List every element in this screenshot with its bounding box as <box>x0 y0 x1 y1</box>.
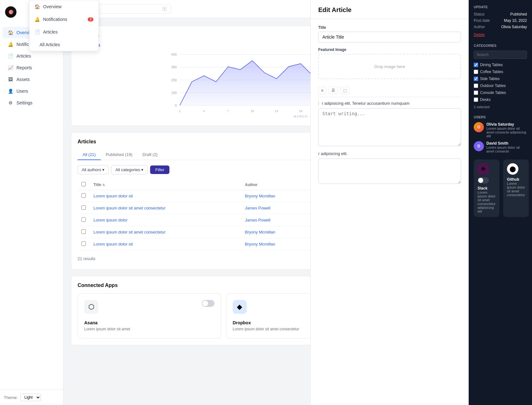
fn-all-articles[interactable]: All Articles <box>29 38 98 51</box>
title-field: Title <box>318 25 461 42</box>
article-title-2[interactable]: Lorem ipsum dolor <box>93 218 128 222</box>
author-link-3[interactable]: Bryony Mcmillan <box>245 230 275 234</box>
sidebar-item-assets-label: Assets <box>16 77 30 82</box>
david-desc: Lorem ipsum dolor sit amet consecte <box>486 146 527 153</box>
cat-outdoor-checkbox[interactable] <box>474 84 478 88</box>
cat-side-tables[interactable]: Side Tables <box>474 75 527 82</box>
select-all-checkbox[interactable] <box>81 182 86 186</box>
cat-console-tables[interactable]: Console Tables <box>474 89 527 96</box>
theme-select[interactable]: Light Dark <box>20 394 41 401</box>
olivia-desc: Lorem ipsum dolor sit amet consecte adip… <box>486 127 527 138</box>
article-title-0[interactable]: Lorem ipsum dolor sit <box>93 194 133 198</box>
author-link-0[interactable]: Bryony Mcmillan <box>245 194 275 198</box>
sort-icon[interactable]: ⇅ <box>102 183 105 187</box>
cat-side-checkbox[interactable] <box>474 77 478 81</box>
fn-articles[interactable]: 📄 Articles <box>29 26 98 38</box>
editor-toolbar: ≡ ☰ ⬚ <box>318 84 461 97</box>
filter-button[interactable]: Filter <box>150 165 169 174</box>
cat-coffee-checkbox[interactable] <box>474 70 478 74</box>
cat-outdoor-label: Outdoor Tables <box>480 84 506 88</box>
sidebar-item-settings-label: Settings <box>16 100 33 105</box>
tab-draft[interactable]: Draft (2) <box>137 150 163 160</box>
postdate-row: Post date May 10, 2022 <box>474 18 527 23</box>
edit-panel-main: Edit Article Title Featured Image Drop i… <box>310 0 469 405</box>
body-text-preview: r adipisicing elit. Tenetur accusantium … <box>318 101 461 106</box>
cat-outdoor-tables[interactable]: Outdoor Tables <box>474 82 527 89</box>
fn-notifications-badge: 8 <box>88 17 93 22</box>
body-textarea-2[interactable] <box>318 159 461 184</box>
status-row: Status Published <box>474 12 527 16</box>
title-label: Title <box>318 25 461 30</box>
article-title-4[interactable]: Lorem ipsum dolor sit <box>93 242 133 246</box>
row-checkbox-4[interactable] <box>81 241 86 246</box>
slack-toggle[interactable] <box>478 177 489 184</box>
row-checkbox-3[interactable] <box>81 229 86 234</box>
categories-filter[interactable]: All categories ▾ <box>111 165 148 174</box>
sidebar-item-reports[interactable]: 📈 Reports <box>3 62 60 73</box>
floating-nav-menu: 🏠 Overview 🔔 Notifications 8 📄 Articles … <box>29 0 99 51</box>
sidebar-item-articles[interactable]: 📄 Articles <box>3 50 60 62</box>
home-icon: 🏠 <box>8 30 13 35</box>
chevron-down-icon: ▾ <box>141 167 143 172</box>
cat-desks-label: Desks <box>480 97 491 102</box>
toolbar-table-icon[interactable]: ⬚ <box>340 87 350 94</box>
delete-link[interactable]: Delete <box>474 33 485 37</box>
cat-dining-tables[interactable]: Dining Tables <box>474 61 527 68</box>
author-link-2[interactable]: James Powell <box>245 218 270 222</box>
author-link-1[interactable]: James Powell <box>245 206 270 210</box>
svg-text:400: 400 <box>171 53 177 56</box>
article-title-3[interactable]: Lorem ipsum dolor sit amet consectetur <box>93 230 166 234</box>
fn-home-icon: 🏠 <box>35 4 40 9</box>
author-link-4[interactable]: Bryony Mcmillan <box>245 242 275 246</box>
cat-console-label: Console Tables <box>480 90 506 95</box>
sidebar-bottom: Theme: Light Dark <box>0 389 63 405</box>
cat-desks[interactable]: Desks <box>474 96 527 103</box>
categories-search[interactable] <box>474 51 527 59</box>
olivia-avatar: O <box>474 122 484 132</box>
fn-notifications[interactable]: 🔔 Notifications 8 <box>29 13 98 26</box>
postdate-label: Post date <box>474 18 490 23</box>
featured-image-dropzone[interactable]: Drop image here <box>318 54 461 79</box>
row-checkbox-1[interactable] <box>81 205 86 210</box>
cat-dining-checkbox[interactable] <box>474 63 478 67</box>
sidebar: 🎯 ⬡ 🏠 Overview 🔔 Notifications 8 📄 Artic… <box>0 0 63 405</box>
body-textarea[interactable] <box>318 108 461 146</box>
update-title: Update <box>474 5 527 9</box>
app-icon-0: ⬡ <box>84 300 98 314</box>
settings-icon: ⚙ <box>8 100 13 106</box>
edit-article-body: Title Featured Image Drop image here ≡ ☰… <box>311 19 469 191</box>
row-checkbox-2[interactable] <box>81 217 86 222</box>
results-count: 21 results <box>78 256 95 261</box>
cat-dining-label: Dining Tables <box>480 63 503 67</box>
sidebar-item-settings[interactable]: ⚙ Settings <box>3 97 60 109</box>
tab-published[interactable]: Published (19) <box>101 150 137 160</box>
cat-desks-checkbox[interactable] <box>474 97 478 102</box>
col-author: Author <box>241 179 313 190</box>
users-icon: 👤 <box>8 88 13 94</box>
cat-console-checkbox[interactable] <box>474 90 478 95</box>
logo-icon[interactable]: 🎯 <box>5 6 16 18</box>
tab-all[interactable]: All (21) <box>78 150 101 160</box>
slack-name: Slack <box>478 186 496 190</box>
toolbar-list-icon[interactable]: ≡ <box>318 87 326 94</box>
svg-text:7: 7 <box>227 109 229 113</box>
title-input[interactable] <box>318 32 461 42</box>
row-checkbox-0[interactable] <box>81 193 86 198</box>
fn-overview[interactable]: 🏠 Overview <box>29 0 98 13</box>
bell-icon: 🔔 <box>8 41 13 47</box>
github-name: Github <box>507 177 525 182</box>
search-slash: / <box>162 7 167 11</box>
toolbar-ordered-icon[interactable]: ☰ <box>329 87 338 94</box>
assets-icon: 🖼 <box>8 77 13 82</box>
github-icon: ⬤ <box>507 163 518 175</box>
authors-filter[interactable]: All authors ▾ <box>78 165 109 174</box>
david-info: David Smith Lorem ipsum dolor sit amet c… <box>486 141 527 153</box>
article-title-1[interactable]: Lorem ipsum dolor sit amet consectetur <box>93 206 166 210</box>
status-value: Published <box>510 12 527 16</box>
app-desc-0: Lorem ipsum dolor sit amet <box>84 327 214 332</box>
connected-apps-title: Connected Apps <box>78 283 118 288</box>
cat-coffee-tables[interactable]: Coffee Tables <box>474 68 527 75</box>
app-toggle-0[interactable] <box>202 300 214 307</box>
sidebar-item-assets[interactable]: 🖼 Assets <box>3 74 60 85</box>
sidebar-item-users[interactable]: 👤 Users <box>3 85 60 97</box>
